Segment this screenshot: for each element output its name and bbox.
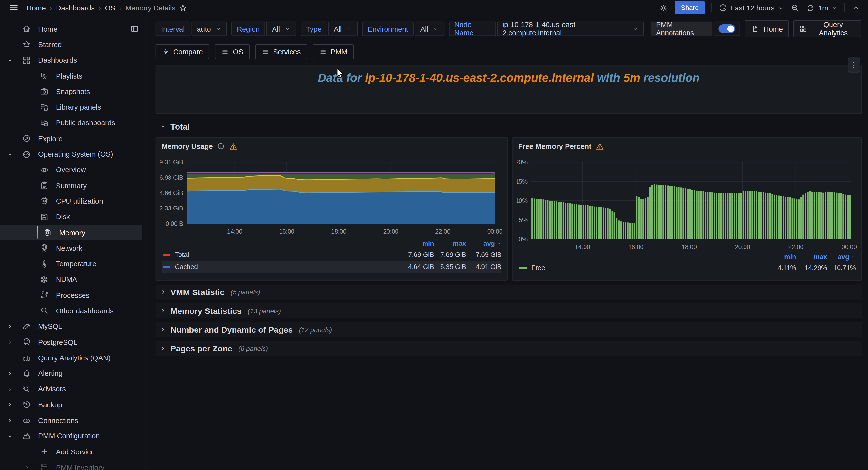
chevron-right-icon[interactable] xyxy=(7,402,14,408)
star-icon[interactable] xyxy=(179,4,187,12)
chevron-right-icon[interactable] xyxy=(7,339,14,345)
sidebar-item-dashboards[interactable]: Dashboards xyxy=(0,52,146,68)
angle-up-icon[interactable] xyxy=(851,3,860,12)
free-memory-chart[interactable]: 0%5%10%15%20%14:0016:0018:0020:0022:0000… xyxy=(517,160,863,251)
camera-icon xyxy=(40,87,49,96)
legend-sort-avg[interactable]: avg xyxy=(466,240,501,247)
sidebar-item-library-panels[interactable]: Library panels xyxy=(0,99,146,115)
section-total[interactable]: Total xyxy=(156,119,862,134)
sidebar-item-public-dashboards[interactable]: Public dashboards xyxy=(0,115,146,130)
sidebar-item-network[interactable]: Network xyxy=(0,240,146,256)
section-vmm-statistic[interactable]: VMM Statistic(5 panels) xyxy=(156,284,862,299)
chevron-down-icon[interactable] xyxy=(7,57,14,64)
variable-value-dropdown[interactable]: All xyxy=(267,22,296,36)
sidebar-item-overview[interactable]: Overview xyxy=(0,162,146,178)
refresh-picker[interactable]: 1m xyxy=(807,4,838,12)
link-services-button[interactable]: Services xyxy=(255,44,307,59)
sidebar-item-pmm-configuration[interactable]: PMM Configuration xyxy=(0,428,146,444)
breadcrumb-item[interactable]: Dashboards xyxy=(56,4,95,12)
zoom-out-icon[interactable] xyxy=(790,3,800,13)
link-compare-button[interactable]: Compare xyxy=(156,44,210,59)
time-range-picker[interactable]: Last 12 hours xyxy=(719,3,784,12)
sidebar-item-explore[interactable]: Explore xyxy=(0,131,146,146)
sidebar-item-alerting[interactable]: Alerting xyxy=(0,366,146,381)
query-analytics-button[interactable]: Query Analytics xyxy=(793,21,861,37)
sidebar-item-temperature[interactable]: Temperature xyxy=(0,256,146,272)
memory-usage-chart[interactable]: 9.31 GiB6.98 GiB4.66 GiB2.33 GiB0.00 B14… xyxy=(160,160,504,235)
chevron-right-icon[interactable] xyxy=(7,370,14,377)
variable-value-dropdown[interactable]: auto xyxy=(191,22,227,36)
chevron-right-icon xyxy=(159,307,167,315)
dashboard-settings-gear-icon[interactable] xyxy=(659,3,668,13)
section-memory-statistics[interactable]: Memory Statistics(13 panels) xyxy=(156,304,862,318)
sidebar-item-connections[interactable]: Connections xyxy=(0,412,146,428)
link-os-button[interactable]: OS xyxy=(215,44,250,59)
link-pmm-button[interactable]: PMM xyxy=(313,44,354,59)
legend-sort-max[interactable]: max xyxy=(796,253,827,261)
legend-sort-min[interactable]: min xyxy=(402,240,434,247)
sidebar-item-other-dashboards[interactable]: Other dashboards xyxy=(0,303,146,318)
legend-sort-max[interactable]: max xyxy=(434,240,466,247)
legend-header: minmaxavg xyxy=(518,252,856,262)
section-pages-per-zone[interactable]: Pages per Zone(6 panels) xyxy=(156,341,862,356)
sidebar-item-query-analytics-qan[interactable]: Query Analytics (QAN) xyxy=(0,350,146,366)
sidebar-item-operating-system-os[interactable]: Operating System (OS) xyxy=(0,146,146,162)
history-icon xyxy=(22,400,31,409)
share-button[interactable]: Share xyxy=(675,1,705,14)
breadcrumb-item[interactable]: Home xyxy=(27,4,46,12)
legend-value: 7.69 GiB xyxy=(402,251,434,259)
sidebar-item-playlists[interactable]: Playlists xyxy=(0,68,146,84)
sidebar-item-cpu-utilization[interactable]: CPU utilization xyxy=(0,193,146,209)
chevron-down-icon[interactable] xyxy=(24,464,32,470)
sidebar-item-backup[interactable]: Backup xyxy=(0,397,146,412)
breadcrumb-item[interactable]: OS xyxy=(105,4,116,12)
pmm-annotations-toggle[interactable] xyxy=(714,22,740,36)
warning-icon[interactable] xyxy=(596,142,604,150)
collapse-up-icon[interactable] xyxy=(851,3,860,12)
sidebar-item-numa[interactable]: NUMA xyxy=(0,272,146,287)
legend-sort-min[interactable]: min xyxy=(767,253,796,261)
sidebar-item-advisors[interactable]: Advisors xyxy=(0,381,146,397)
chevron-right-icon[interactable] xyxy=(7,386,14,392)
chevron-down-icon xyxy=(24,464,31,470)
chevron-right-icon[interactable] xyxy=(7,417,14,424)
breadcrumb-item[interactable]: Memory Details xyxy=(125,4,175,12)
panel-header[interactable]: Memory Usage xyxy=(156,138,507,154)
info-icon[interactable] xyxy=(217,142,225,150)
panel-header[interactable]: Free Memory Percent xyxy=(513,138,861,154)
chevron-down-icon[interactable] xyxy=(7,151,14,157)
sidebar-item-add-service[interactable]: Add Service xyxy=(0,444,146,460)
sidebar-item-snapshots[interactable]: Snapshots xyxy=(0,84,146,99)
variable-value-dropdown[interactable]: ip-10-178-1-40.us-east-2.compute.interna… xyxy=(497,22,644,36)
presentation-icon xyxy=(40,71,49,80)
legend-row-cached[interactable]: Cached4.64 GiB5.35 GiB4.91 GiB xyxy=(162,261,502,273)
sidebar-item-disk[interactable]: Disk xyxy=(0,209,146,224)
sidebar-item-memory[interactable]: Memory xyxy=(0,225,142,240)
sidebar-item-postgresql[interactable]: PostgreSQL xyxy=(0,334,146,350)
variable-value-dropdown[interactable]: All xyxy=(415,22,444,36)
dock-sidebar-icon[interactable] xyxy=(130,24,139,35)
warning-icon[interactable] xyxy=(229,142,238,150)
home-button[interactable]: Home xyxy=(745,21,789,37)
sidebar-item-processes[interactable]: Processes xyxy=(0,287,146,303)
chevron-right-icon[interactable] xyxy=(7,323,14,330)
legend-row-free[interactable]: Free4.11%14.29%10.71% xyxy=(518,262,856,274)
panel-menu-kebab-icon[interactable] xyxy=(847,58,860,72)
variable-value-dropdown[interactable]: All xyxy=(328,22,358,36)
favorite-star-icon[interactable] xyxy=(179,4,187,12)
sidebar-item-home[interactable]: Home xyxy=(0,21,146,36)
search-minus-icon[interactable] xyxy=(790,3,800,13)
legend-sort-avg[interactable]: avg xyxy=(827,253,856,261)
library-panel-icon xyxy=(40,118,49,127)
sidebar-item-pmm-inventory[interactable]: PMM Inventory xyxy=(0,460,146,470)
sidebar-item-starred[interactable]: Starred xyxy=(0,37,146,52)
sidebar-item-summary[interactable]: Summary xyxy=(0,178,146,193)
menu-icon[interactable] xyxy=(9,3,19,13)
sidebar-item-label: Query Analytics (QAN) xyxy=(38,354,111,362)
section-panel-count: (6 panels) xyxy=(239,345,268,352)
gear-icon[interactable] xyxy=(659,3,668,13)
chevron-down-icon[interactable] xyxy=(7,433,14,439)
legend-row-total[interactable]: Total7.69 GiB7.69 GiB7.69 GiB xyxy=(162,249,502,261)
section-number-and-dynamic-of-pages[interactable]: Number and Dynamic of Pages(12 panels) xyxy=(156,322,862,337)
sidebar-item-mysql[interactable]: MySQL xyxy=(0,318,146,334)
